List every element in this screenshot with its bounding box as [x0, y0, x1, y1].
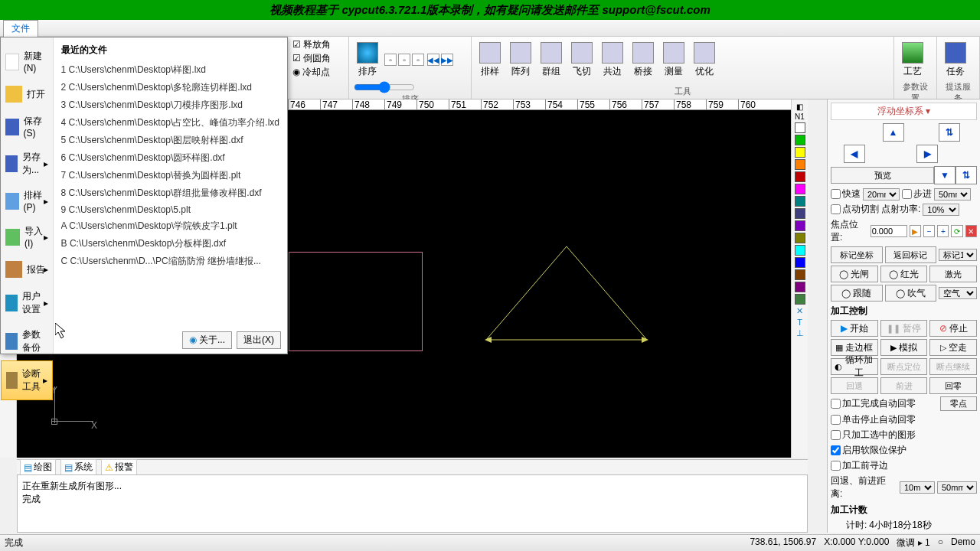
pointpower-val[interactable]: 10% [923, 204, 959, 216]
focus-reset[interactable]: ⟳ [951, 225, 962, 237]
menu-save[interactable]: 保存(S) [1, 109, 53, 145]
menu-parambackup[interactable]: 参数备份 [1, 322, 53, 360]
ribbon-flycut[interactable]: 飞切 [568, 38, 596, 81]
ribbon-nest[interactable]: 排样 [476, 38, 504, 81]
layer-swatch[interactable] [795, 147, 805, 158]
fast-val[interactable]: 20mm/s [863, 188, 900, 201]
fwd-button[interactable]: 前进 [880, 377, 928, 394]
layer-swatch[interactable] [795, 135, 805, 145]
air-sel[interactable]: 空气 [939, 287, 977, 299]
layer-swatch[interactable] [795, 196, 805, 207]
shape-rectangle[interactable] [289, 252, 423, 351]
arrow-right[interactable]: ▶ [916, 145, 938, 163]
menu-file[interactable]: 文件 [3, 20, 38, 37]
sort-slider[interactable] [354, 81, 415, 93]
ret-button[interactable]: 回零 [929, 377, 977, 394]
markpos-button[interactable]: 标记坐标 [831, 246, 883, 263]
red-button[interactable]: ◯ 红光 [880, 266, 928, 282]
status-fine[interactable]: 微调 ▸ 1 [897, 536, 929, 549]
layer-swatch[interactable] [795, 171, 805, 182]
focus-val[interactable] [871, 225, 907, 237]
preview-button[interactable]: 预览 [831, 167, 934, 184]
layer-swatch[interactable] [795, 257, 805, 268]
ribbon-fillet[interactable]: ☑ 倒圆角 [292, 52, 331, 65]
focus-plus[interactable]: + [937, 225, 949, 237]
layer-swatch[interactable] [795, 184, 805, 194]
step-val[interactable]: 50mm [934, 188, 971, 201]
layer-swatch[interactable] [795, 233, 805, 243]
recent-file[interactable]: 5 C:\Users\chenm\Desktop\图层映射样图.dxf [61, 132, 279, 149]
bpoint-button[interactable]: 断点定位 [880, 358, 928, 375]
layer-swatch[interactable] [795, 269, 805, 280]
ribbon-cooldot[interactable]: ◉ 冷却点 [292, 66, 330, 79]
cb-stopzero[interactable]: 单击停止自动回零 [831, 413, 916, 426]
cb-autozero[interactable]: 加工完成自动回零 [831, 397, 916, 410]
menu-nest[interactable]: 排样(P)▸ [1, 183, 53, 219]
blow-button[interactable]: ◯ 吹气 [885, 285, 937, 302]
ribbon-optimize[interactable]: 优化 [691, 38, 718, 81]
menu-diagtools[interactable]: 诊断工具▸ [1, 360, 53, 400]
tab-draw[interactable]: ▤绘图 [20, 459, 56, 475]
sort-opt2[interactable]: ▫ [398, 54, 410, 66]
recent-file[interactable]: B C:\Users\chenm\Desktop\分板样图.dxf [61, 235, 279, 253]
laser-button[interactable]: ◯ 光闸 [831, 266, 878, 282]
ribbon-bridge[interactable]: 桥接 [629, 38, 657, 81]
layer-swatch[interactable] [795, 294, 805, 305]
menu-usersettings[interactable]: 用户设置▸ [1, 284, 53, 322]
back-button[interactable]: 回退 [831, 377, 878, 394]
layer-swatch[interactable] [795, 122, 805, 133]
zero-button[interactable]: 零点 [940, 396, 977, 411]
recent-file[interactable]: 4 C:\Users\chenm\Desktop\占空比、峰值功率介绍.lxd [61, 114, 279, 132]
recent-file[interactable]: C C:\Users\chenm\D...\PC缩筋防滑 继扮墙继报... [61, 253, 279, 270]
layer-swatch[interactable] [795, 245, 805, 256]
sort-opt1[interactable]: ▫ [384, 54, 397, 66]
ribbon-coedge[interactable]: 共边 [599, 38, 626, 81]
dry-button[interactable]: ▷ 空走 [929, 339, 977, 356]
mark-sel[interactable]: 标记1 [939, 249, 977, 261]
sort-prev[interactable]: ◀◀ [427, 54, 439, 66]
jog-z[interactable]: ⇅ [939, 123, 960, 142]
pause-button[interactable]: ❚❚ 暂停 [880, 320, 928, 337]
arrow-up[interactable]: ▲ [883, 123, 904, 142]
start-button[interactable]: ▶ 开始 [831, 320, 878, 337]
tab-sys[interactable]: ▤系统 [60, 459, 96, 475]
menu-open[interactable]: 打开 [1, 80, 53, 109]
follow-button[interactable]: ◯ 跟随 [831, 285, 883, 302]
focus-minus[interactable]: − [923, 225, 935, 237]
exit-button[interactable]: 退出(X) [237, 331, 281, 349]
bcont-button[interactable]: 断点继续 [929, 358, 977, 375]
cb-softlimit[interactable]: 启用软限位保护 [831, 444, 906, 457]
focus-cancel[interactable]: ✕ [965, 225, 977, 237]
layer-swatch[interactable] [795, 282, 805, 292]
ribbon-measure[interactable]: 测量 [660, 38, 688, 81]
stop-button[interactable]: ⊘ 停止 [929, 320, 977, 337]
cb-findedge[interactable]: 加工前寻边 [831, 459, 888, 472]
recent-file[interactable]: 2 C:\Users\chenm\Desktop\多轮廓连切样图.lxd [61, 79, 279, 96]
menu-saveas[interactable]: 另存为...▸ [1, 145, 53, 183]
recent-file[interactable]: 7 C:\Users\chenm\Desktop\替换为圆样图.plt [61, 167, 279, 184]
recent-file[interactable]: 9 C:\Users\chenm\Desktop\5.plt [61, 202, 279, 217]
layer-swatch[interactable] [795, 159, 805, 170]
ribbon-sort[interactable]: 排序 [354, 38, 381, 81]
backmark-button[interactable]: 返回标记 [885, 246, 937, 263]
jog-z2[interactable]: ⇅ [956, 166, 977, 184]
pointcut-check[interactable]: 点动切割 [831, 203, 879, 216]
retreat-d[interactable]: 10mm [900, 481, 935, 494]
coord-system[interactable]: 浮动坐标系 ▾ [831, 103, 977, 120]
layer-swatch[interactable] [795, 220, 805, 231]
shape-triangle[interactable] [482, 244, 651, 344]
recent-file[interactable]: 6 C:\Users\chenm\Desktop\圆环样图.dxf [61, 149, 279, 167]
recent-file[interactable]: 3 C:\Users\chenm\Desktop\刀模排序图形.lxd [61, 96, 279, 114]
step-check[interactable]: 步进 [902, 187, 932, 201]
recent-file[interactable]: 8 C:\Users\chenm\Desktop\群组批量修改样图.dxf [61, 184, 279, 202]
menu-new[interactable]: 新建(N) [1, 44, 53, 80]
arrow-left[interactable]: ◀ [844, 145, 865, 163]
recent-file[interactable]: A C:\Users\chenm\Desktop\学院铁皮字1.plt [61, 217, 279, 235]
focus-go[interactable]: ▶ [910, 225, 921, 237]
ribbon-task[interactable]: 任务 [942, 38, 969, 81]
arrow-down[interactable]: ▼ [934, 166, 956, 184]
about-button[interactable]: ◉ 关于... [182, 331, 232, 349]
retreat-s[interactable]: 50mm/s [937, 481, 977, 494]
ribbon-release-angle[interactable]: ☑ 释放角 [292, 38, 331, 51]
loop-button[interactable]: ◐ 循环加工 [831, 358, 878, 375]
